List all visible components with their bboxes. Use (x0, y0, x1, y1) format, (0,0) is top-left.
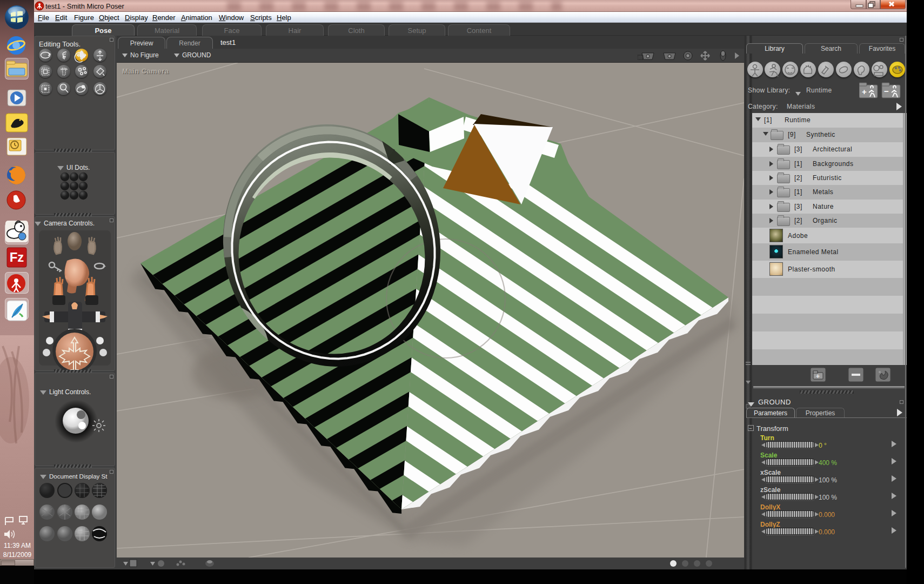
svg-text:−: − (884, 87, 889, 96)
svg-text:Fz: Fz (10, 250, 24, 264)
svg-text:+: + (862, 87, 867, 96)
svg-text:+: + (816, 373, 820, 380)
